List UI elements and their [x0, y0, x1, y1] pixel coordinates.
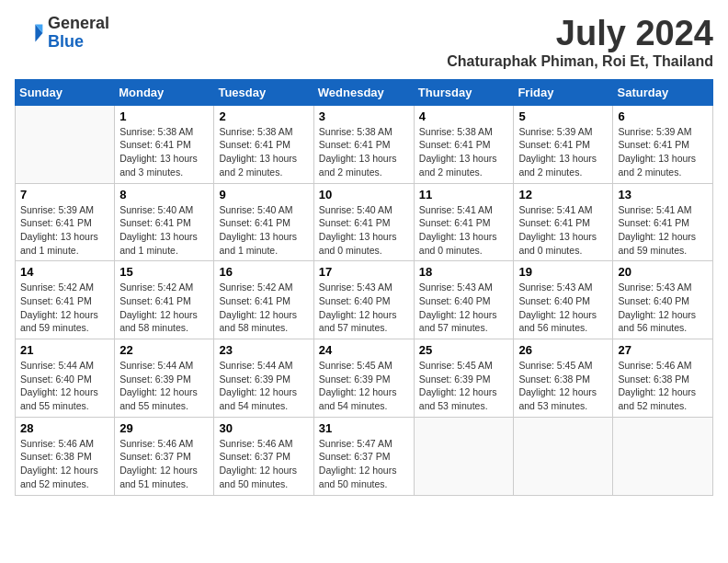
day-number: 24: [319, 343, 409, 357]
cell-info: Sunrise: 5:41 AMSunset: 6:41 PMDaylight:…: [518, 203, 608, 258]
calendar-cell: 26Sunrise: 5:45 AMSunset: 6:38 PMDayligh…: [514, 339, 613, 418]
day-number: 13: [618, 188, 708, 201]
calendar-cell: 24Sunrise: 5:45 AMSunset: 6:39 PMDayligh…: [313, 339, 414, 418]
title-block: July 2024 Chaturaphak Phiman, Roi Et, Th…: [447, 15, 713, 70]
calendar-cell: 19Sunrise: 5:43 AMSunset: 6:40 PMDayligh…: [514, 261, 613, 339]
cell-info: Sunrise: 5:46 AMSunset: 6:37 PMDaylight:…: [119, 437, 209, 491]
day-number: 6: [618, 109, 708, 123]
cell-info: Sunrise: 5:45 AMSunset: 6:39 PMDaylight:…: [419, 359, 509, 413]
calendar-cell: 25Sunrise: 5:45 AMSunset: 6:39 PMDayligh…: [414, 339, 514, 418]
calendar-cell: 12Sunrise: 5:41 AMSunset: 6:41 PMDayligh…: [514, 183, 613, 261]
weekday-saturday: Saturday: [613, 79, 713, 105]
cell-info: Sunrise: 5:46 AMSunset: 6:38 PMDaylight:…: [618, 359, 708, 413]
calendar-cell: 6Sunrise: 5:39 AMSunset: 6:41 PMDaylight…: [613, 105, 713, 183]
calendar-table: SundayMondayTuesdayWednesdayThursdayFrid…: [15, 79, 713, 496]
calendar-cell: [514, 417, 613, 495]
calendar-cell: [16, 105, 115, 183]
calendar-cell: 3Sunrise: 5:38 AMSunset: 6:41 PMDaylight…: [313, 105, 414, 183]
day-number: 5: [518, 109, 608, 123]
day-number: 12: [518, 188, 608, 201]
week-row-0: 1Sunrise: 5:38 AMSunset: 6:41 PMDaylight…: [16, 105, 713, 183]
page-header: General Blue July 2024 Chaturaphak Phima…: [15, 15, 713, 70]
cell-info: Sunrise: 5:38 AMSunset: 6:41 PMDaylight:…: [419, 125, 509, 179]
cell-info: Sunrise: 5:38 AMSunset: 6:41 PMDaylight:…: [219, 125, 308, 179]
logo: General Blue: [15, 15, 109, 52]
day-number: 15: [119, 265, 209, 279]
cell-info: Sunrise: 5:45 AMSunset: 6:38 PMDaylight:…: [518, 359, 608, 413]
weekday-friday: Friday: [514, 79, 613, 105]
cell-info: Sunrise: 5:43 AMSunset: 6:40 PMDaylight:…: [319, 281, 409, 335]
week-row-3: 21Sunrise: 5:44 AMSunset: 6:40 PMDayligh…: [16, 339, 713, 418]
cell-info: Sunrise: 5:44 AMSunset: 6:39 PMDaylight:…: [219, 359, 308, 413]
day-number: 27: [618, 343, 708, 357]
calendar-cell: 15Sunrise: 5:42 AMSunset: 6:41 PMDayligh…: [115, 261, 214, 339]
day-number: 7: [20, 188, 109, 201]
location-title: Chaturaphak Phiman, Roi Et, Thailand: [447, 53, 713, 70]
cell-info: Sunrise: 5:43 AMSunset: 6:40 PMDaylight:…: [618, 281, 708, 335]
calendar-cell: 10Sunrise: 5:40 AMSunset: 6:41 PMDayligh…: [313, 183, 414, 261]
day-number: 2: [219, 109, 308, 123]
cell-info: Sunrise: 5:39 AMSunset: 6:41 PMDaylight:…: [618, 125, 708, 179]
day-number: 19: [518, 265, 608, 279]
calendar-cell: 14Sunrise: 5:42 AMSunset: 6:41 PMDayligh…: [16, 261, 115, 339]
calendar-cell: 11Sunrise: 5:41 AMSunset: 6:41 PMDayligh…: [414, 183, 514, 261]
cell-info: Sunrise: 5:39 AMSunset: 6:41 PMDaylight:…: [20, 203, 109, 258]
month-title: July 2024: [447, 15, 713, 53]
calendar-cell: 23Sunrise: 5:44 AMSunset: 6:39 PMDayligh…: [214, 339, 313, 418]
logo-general: General: [48, 15, 109, 33]
day-number: 4: [419, 109, 509, 123]
calendar-cell: 21Sunrise: 5:44 AMSunset: 6:40 PMDayligh…: [16, 339, 115, 418]
cell-info: Sunrise: 5:42 AMSunset: 6:41 PMDaylight:…: [219, 281, 308, 335]
day-number: 25: [419, 343, 509, 357]
calendar-cell: 17Sunrise: 5:43 AMSunset: 6:40 PMDayligh…: [313, 261, 414, 339]
day-number: 26: [518, 343, 608, 357]
week-row-1: 7Sunrise: 5:39 AMSunset: 6:41 PMDaylight…: [16, 183, 713, 261]
calendar-cell: 7Sunrise: 5:39 AMSunset: 6:41 PMDaylight…: [16, 183, 115, 261]
day-number: 31: [319, 421, 409, 435]
day-number: 21: [20, 343, 109, 357]
calendar-cell: 27Sunrise: 5:46 AMSunset: 6:38 PMDayligh…: [613, 339, 713, 418]
cell-info: Sunrise: 5:44 AMSunset: 6:39 PMDaylight:…: [119, 359, 209, 413]
logo-blue: Blue: [48, 33, 109, 52]
calendar-cell: 31Sunrise: 5:47 AMSunset: 6:37 PMDayligh…: [313, 417, 414, 495]
cell-info: Sunrise: 5:46 AMSunset: 6:37 PMDaylight:…: [219, 437, 308, 491]
cell-info: Sunrise: 5:42 AMSunset: 6:41 PMDaylight:…: [119, 281, 209, 335]
cell-info: Sunrise: 5:45 AMSunset: 6:39 PMDaylight:…: [319, 359, 409, 413]
cell-info: Sunrise: 5:39 AMSunset: 6:41 PMDaylight:…: [518, 125, 608, 179]
cell-info: Sunrise: 5:43 AMSunset: 6:40 PMDaylight:…: [419, 281, 509, 335]
day-number: 3: [319, 109, 409, 123]
cell-info: Sunrise: 5:38 AMSunset: 6:41 PMDaylight:…: [119, 125, 209, 179]
day-number: 22: [119, 343, 209, 357]
calendar-cell: 28Sunrise: 5:46 AMSunset: 6:38 PMDayligh…: [16, 417, 115, 495]
logo-text: General Blue: [48, 15, 109, 52]
day-number: 1: [119, 109, 209, 123]
calendar-cell: 22Sunrise: 5:44 AMSunset: 6:39 PMDayligh…: [115, 339, 214, 418]
cell-info: Sunrise: 5:41 AMSunset: 6:41 PMDaylight:…: [618, 203, 708, 258]
cell-info: Sunrise: 5:44 AMSunset: 6:40 PMDaylight:…: [20, 359, 109, 413]
calendar-cell: 20Sunrise: 5:43 AMSunset: 6:40 PMDayligh…: [613, 261, 713, 339]
cell-info: Sunrise: 5:38 AMSunset: 6:41 PMDaylight:…: [319, 125, 409, 179]
cell-info: Sunrise: 5:40 AMSunset: 6:41 PMDaylight:…: [119, 203, 209, 258]
weekday-sunday: Sunday: [16, 79, 115, 105]
day-number: 14: [20, 265, 109, 279]
day-number: 29: [119, 421, 209, 435]
logo-icon: [15, 18, 44, 48]
day-number: 20: [618, 265, 708, 279]
week-row-2: 14Sunrise: 5:42 AMSunset: 6:41 PMDayligh…: [16, 261, 713, 339]
calendar-cell: 30Sunrise: 5:46 AMSunset: 6:37 PMDayligh…: [214, 417, 313, 495]
weekday-tuesday: Tuesday: [214, 79, 313, 105]
calendar-cell: 9Sunrise: 5:40 AMSunset: 6:41 PMDaylight…: [214, 183, 313, 261]
day-number: 10: [319, 188, 409, 201]
calendar-cell: 1Sunrise: 5:38 AMSunset: 6:41 PMDaylight…: [115, 105, 214, 183]
day-number: 30: [219, 421, 308, 435]
cell-info: Sunrise: 5:43 AMSunset: 6:40 PMDaylight:…: [518, 281, 608, 335]
calendar-cell: [613, 417, 713, 495]
calendar-cell: 16Sunrise: 5:42 AMSunset: 6:41 PMDayligh…: [214, 261, 313, 339]
day-number: 23: [219, 343, 308, 357]
cell-info: Sunrise: 5:40 AMSunset: 6:41 PMDaylight:…: [219, 203, 308, 258]
calendar-cell: 2Sunrise: 5:38 AMSunset: 6:41 PMDaylight…: [214, 105, 313, 183]
cell-info: Sunrise: 5:47 AMSunset: 6:37 PMDaylight:…: [319, 437, 409, 491]
day-number: 28: [20, 421, 109, 435]
day-number: 18: [419, 265, 509, 279]
day-number: 8: [119, 188, 209, 201]
